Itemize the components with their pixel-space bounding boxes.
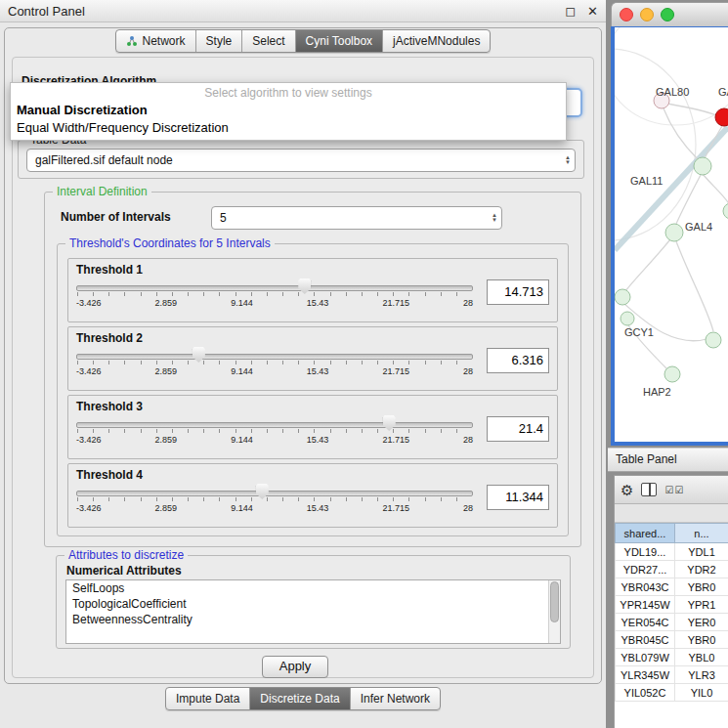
slider-ticks: [77, 429, 472, 433]
close-traffic-light-icon[interactable]: [620, 8, 633, 21]
table-row[interactable]: YBL079WYBL0: [616, 649, 728, 666]
table-row[interactable]: YLR345WYLR3: [616, 666, 728, 684]
list-item[interactable]: TopologicalCoefficient: [66, 596, 560, 612]
table-row[interactable]: YER054CYER0: [616, 614, 728, 631]
table-data-group: Table Data galFiltered.sif default node …: [18, 140, 584, 179]
node-label-hap2: HAP2: [643, 386, 671, 398]
tab-network[interactable]: Network: [116, 30, 196, 52]
node-attribute-table: shared... n... YDL19...YDL1 YDR27...YDR2…: [615, 523, 728, 702]
edge: [615, 27, 728, 125]
node[interactable]: [723, 203, 728, 219]
scrollbar-thumb[interactable]: [550, 581, 559, 622]
threshold-4-value[interactable]: 11.344: [487, 485, 549, 510]
slider-track[interactable]: [76, 422, 473, 428]
slider-ticks: [77, 497, 472, 501]
node-hap2[interactable]: [664, 366, 680, 382]
threshold-4-slider[interactable]: -3.4262.8599.14415.4321.71528: [76, 484, 473, 521]
dropdown-option-equalwidth[interactable]: Equal Width/Frequency Discretization: [11, 119, 566, 137]
zoom-traffic-light-icon[interactable]: [661, 8, 674, 21]
table-data-combo[interactable]: galFiltered.sif default node ▲▼: [26, 149, 576, 172]
tab-jactivemodules[interactable]: jActiveMNodules: [383, 30, 490, 52]
slider-scale: -3.4262.8599.14415.4321.71528: [76, 298, 473, 308]
node-selected-red[interactable]: [715, 108, 728, 126]
threshold-3-label: Threshold 3: [76, 400, 549, 413]
threshold-3-value[interactable]: 21.4: [487, 416, 549, 442]
network-window-titlebar: [611, 2, 728, 27]
table-row[interactable]: YDR27...YDR2: [616, 561, 728, 578]
close-window-icon[interactable]: ✕: [587, 4, 598, 19]
dropdown-option-manual[interactable]: Manual Discretization: [11, 102, 566, 119]
node[interactable]: [615, 289, 630, 305]
threshold-3-slider[interactable]: -3.4262.8599.14415.4321.71528: [76, 415, 473, 452]
table-row[interactable]: YIL052CYIL0: [616, 684, 728, 702]
threshold-2-slider[interactable]: -3.4262.8599.14415.4321.71528: [76, 347, 473, 384]
slider-scale: -3.4262.8599.14415.4321.71528: [76, 366, 473, 376]
threshold-2-label: Threshold 2: [76, 331, 549, 345]
slider-track[interactable]: [76, 491, 473, 496]
threshold-2-block: Threshold 2 -3.4262.8599.14415.4321.7152…: [67, 326, 558, 391]
table-panel-spacer: [615, 504, 728, 523]
threshold-1-block: Threshold 1 -3.4262.8599.14415.4321.7152…: [67, 258, 558, 322]
threshold-1-value[interactable]: 14.713: [487, 279, 549, 305]
slider-ticks: [77, 361, 472, 364]
network-canvas[interactable]: GAL80 GAL... GAL11 GAL4 GCY1 HAP2: [615, 27, 728, 437]
table-panel-title: Table Panel: [616, 452, 677, 466]
node-gal4[interactable]: [665, 224, 683, 241]
tab-select[interactable]: Select: [242, 30, 295, 52]
node[interactable]: [694, 157, 711, 175]
control-panel-titlebar: Control Panel ◻ ✕: [0, 0, 606, 22]
select-columns-icon[interactable]: ☑☑: [664, 485, 684, 495]
gear-icon[interactable]: ⚙: [621, 483, 633, 497]
node-label-gcy1: GCY1: [624, 326, 654, 338]
tab-impute-data[interactable]: Impute Data: [166, 688, 250, 709]
column-header-shared-name[interactable]: shared...: [616, 524, 675, 543]
list-item[interactable]: SelfLoops: [66, 580, 560, 596]
window-title: Control Panel: [8, 4, 85, 19]
table-panel-toolbar: ⚙ ☑☑: [615, 476, 728, 504]
interval-definition-title: Interval Definition: [53, 185, 151, 198]
node-label-gal4: GAL4: [685, 221, 712, 233]
cyni-mode-tabbar: Impute Data Discretize Data Infer Networ…: [165, 687, 441, 710]
tab-style[interactable]: Style: [196, 30, 243, 52]
tab-network-label: Network: [143, 34, 186, 48]
algorithm-dropdown: Select algorithm to view settings Manual…: [10, 82, 567, 141]
threshold-4-label: Threshold 4: [76, 468, 549, 482]
numerical-attributes-list[interactable]: SelfLoops TopologicalCoefficient Between…: [65, 579, 561, 644]
slider-track[interactable]: [76, 354, 473, 360]
node-label-gal-cut: GAL...: [718, 86, 728, 98]
threshold-1-slider[interactable]: -3.4262.8599.14415.4321.71528: [76, 278, 473, 316]
apply-button[interactable]: Apply: [262, 656, 328, 678]
num-intervals-combo[interactable]: 5 ▲▼: [211, 206, 502, 230]
float-window-icon[interactable]: ◻: [565, 4, 576, 19]
node-gcy1[interactable]: [621, 312, 634, 325]
attributes-group-title: Attributes to discretize: [64, 548, 188, 562]
table-data-combo-value: galFiltered.sif default node: [35, 153, 173, 167]
slider-track[interactable]: [76, 285, 473, 291]
tab-cyni-toolbox[interactable]: Cyni Toolbox: [296, 30, 383, 52]
table-row[interactable]: YBR043CYBR0: [616, 578, 728, 596]
node-label-gal80: GAL80: [656, 86, 689, 98]
tab-infer-network[interactable]: Infer Network: [351, 688, 440, 709]
threshold-1-label: Threshold 1: [76, 263, 549, 277]
threshold-4-block: Threshold 4 -3.4262.8599.14415.4321.7152…: [67, 463, 558, 528]
threshold-2-value[interactable]: 6.316: [487, 348, 549, 373]
control-panel-tabbar: Network Style Select Cyni Toolbox jActiv…: [115, 29, 492, 53]
table-row[interactable]: YBR045CYBR0: [616, 631, 728, 649]
edge: [615, 49, 696, 240]
control-panel-window: Control Panel ◻ ✕ Network Style S: [0, 0, 606, 728]
network-icon: [126, 35, 138, 47]
tab-discretize-data[interactable]: Discretize Data: [250, 688, 350, 709]
table-row[interactable]: YPR145WYPR1: [616, 596, 728, 614]
num-intervals-value: 5: [220, 211, 227, 225]
table-row[interactable]: YDL19...YDL1: [616, 543, 728, 561]
minimize-traffic-light-icon[interactable]: [640, 8, 654, 21]
node[interactable]: [706, 332, 721, 348]
column-header-name[interactable]: n...: [675, 524, 728, 543]
table-panel-window: ⚙ ☑☑ shared... n... YDL19...YDL1 YDR27..…: [614, 475, 728, 728]
slider-scale: -3.4262.8599.14415.4321.71528: [76, 435, 473, 445]
columns-icon[interactable]: [641, 483, 657, 496]
thresholds-group-title: Threshold's Coordinates for 5 Intervals: [65, 236, 275, 250]
list-item[interactable]: BetweennessCentrality: [66, 612, 560, 627]
list-scrollbar[interactable]: [548, 580, 560, 643]
num-intervals-label: Number of Intervals: [61, 210, 171, 224]
